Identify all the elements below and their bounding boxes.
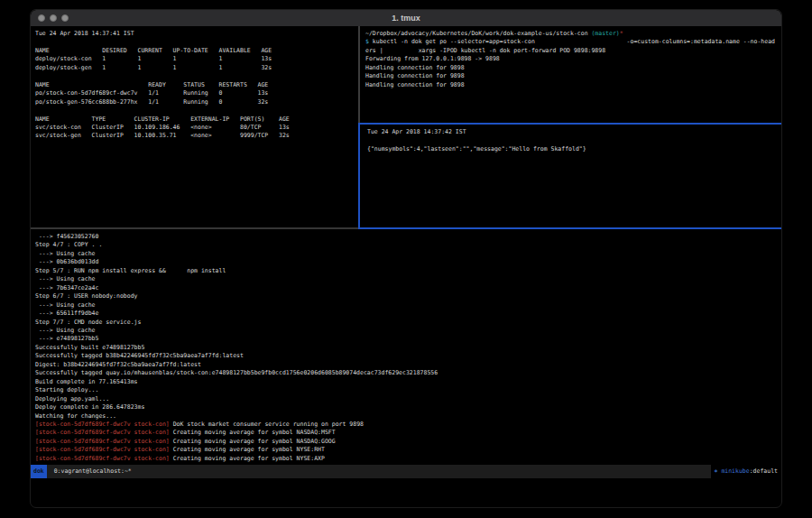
close-icon[interactable]: [38, 14, 45, 22]
terminal-line: deploy/stock-con 1 1 1 1 13s: [35, 55, 357, 63]
kube-context-name: minikube: [721, 467, 749, 475]
terminal-line: NAME READY STATUS RESTARTS AGE: [35, 81, 357, 89]
terminal-line: Handling connection for 9898: [365, 72, 782, 80]
terminal-line: Step 4/7 : COPY . .: [35, 241, 782, 249]
title-bar[interactable]: 1. tmux: [31, 10, 781, 26]
terminal-line: [stock-con-5d7df689cf-dwc7v stock-con] C…: [35, 455, 782, 463]
terminal-line: Forwarding from 127.0.0.1:9898 -> 9898: [365, 55, 782, 63]
terminal-line: [stock-con-5d7df689cf-dwc7v stock-con] C…: [35, 446, 782, 454]
terminal-line: ---> 7b6347ce2a4c: [35, 284, 782, 292]
terminal-line: Build complete in 77.165413ms: [35, 378, 782, 386]
terminal-line: Watching for changes...: [35, 412, 782, 421]
terminal-line: Digest: b38b42246945fd7f32c5ba9aea7af7fd…: [35, 361, 782, 369]
terminal-line: ---> 0b636bd013dd: [35, 258, 782, 266]
session-name-badge[interactable]: dok: [31, 465, 47, 478]
terminal-line: ---> f45623052760: [35, 233, 782, 241]
terminal-line: [stock-con-5d7df689cf-dwc7v stock-con] C…: [35, 429, 782, 437]
terminal-line: Step 6/7 : USER nobody:nobody: [35, 292, 782, 301]
terminal-line: $ kubectl -n dok get po --selector=app=s…: [365, 38, 782, 46]
terminal-line: NAME DESIRED CURRENT UP-TO-DATE AVAILABL…: [35, 47, 357, 55]
terminal-line: ---> e74898127bb5: [35, 335, 782, 343]
terminal-line: Step 5/7 : RUN npm install express && np…: [35, 267, 782, 275]
terminal-line: Deploying app.yaml...: [35, 395, 782, 403]
pane-curl-output[interactable]: Tue 24 Apr 2018 14:37:42 IST {"numsymbol…: [363, 125, 782, 227]
terminal-window: 1. tmux Tue 24 Apr 2018 14:37:41 IST NAM…: [30, 9, 782, 508]
terminal-line: ---> Using cache: [35, 275, 782, 283]
tmux-status-bar: dok 0:vagrant@localhost:~* ⎈ minikube:de…: [31, 465, 781, 478]
kube-namespace: :default: [750, 467, 778, 475]
terminal-line: ~/Dropbox/advocacy/Kubernetes/DoK/work/d…: [365, 30, 782, 38]
terminal-line: [35, 72, 357, 80]
terminal-line: svc/stock-con ClusterIP 10.109.186.46 <n…: [35, 124, 357, 132]
terminal-line: NAME TYPE CLUSTER-IP EXTERNAL-IP PORT(S)…: [35, 116, 357, 124]
terminal-line: [367, 136, 782, 144]
terminal-line: Successfully built e74898127bb5: [35, 344, 782, 352]
window-title: 1. tmux: [31, 10, 781, 26]
pane-skaffold-build-log[interactable]: ---> f45623052760Step 4/7 : COPY . . ---…: [31, 229, 782, 465]
terminal-line: Tue 24 Apr 2018 14:37:42 IST: [367, 128, 782, 136]
terminal-line: Step 7/7 : CMD node service.js: [35, 319, 782, 327]
terminal-line: Tue 24 Apr 2018 14:37:41 IST: [35, 30, 357, 38]
terminal-line: [35, 38, 357, 46]
minimize-icon[interactable]: [50, 14, 57, 22]
active-pane-divider-vertical[interactable]: [358, 123, 360, 229]
terminal-line: Successfully tagged quay.io/mhausenblas/…: [35, 369, 782, 377]
terminal-line: Handling connection for 9898: [365, 81, 782, 89]
terminal-line: Deploy complete in 286.647823ms: [35, 403, 782, 412]
terminal-line: ---> Using cache: [35, 327, 782, 335]
terminal-line: ---> Using cache: [35, 301, 782, 310]
terminal-line: Handling connection for 9898: [365, 64, 782, 72]
terminal-line: Starting deploy...: [35, 386, 782, 394]
zoom-icon[interactable]: [61, 14, 69, 22]
pane-port-forward[interactable]: ~/Dropbox/advocacy/Kubernetes/DoK/work/d…: [361, 26, 782, 123]
window-list-item[interactable]: 0:vagrant@localhost:~*: [47, 465, 135, 478]
terminal-line: ---> Using cache: [35, 250, 782, 258]
terminal-line: po/stock-con-5d7df689cf-dwc7v 1/1 Runnin…: [35, 89, 357, 97]
pane-divider-vertical[interactable]: [358, 26, 360, 123]
traffic-lights: [31, 14, 69, 22]
terminal-line: Successfully tagged b38b42246945fd7f32c5…: [35, 352, 782, 360]
terminal-line: [stock-con-5d7df689cf-dwc7v stock-con] D…: [35, 421, 782, 429]
terminal-line: [stock-con-5d7df689cf-dwc7v stock-con] C…: [35, 438, 782, 446]
terminal-line: po/stock-gen-576cc688bb-277hx 1/1 Runnin…: [35, 98, 357, 106]
terminal-line: deploy/stock-gen 1 1 1 1 32s: [35, 64, 357, 72]
terminal-line: ---> 65611ff9db4e: [35, 310, 782, 318]
pane-kubectl-watch[interactable]: Tue 24 Apr 2018 14:37:41 IST NAME DESIRE…: [31, 26, 357, 227]
terminal-line: {"numsymbols":4,"lastseen":"","message":…: [367, 145, 782, 153]
kube-context-indicator: ⎈ minikube:default: [711, 465, 781, 478]
terminal-line: ers | xargs -IPOD kubectl -n dok port-fo…: [365, 47, 782, 55]
terminal-line: [35, 106, 357, 115]
terminal-line: svc/stock-gen ClusterIP 10.100.35.71 <no…: [35, 132, 357, 140]
